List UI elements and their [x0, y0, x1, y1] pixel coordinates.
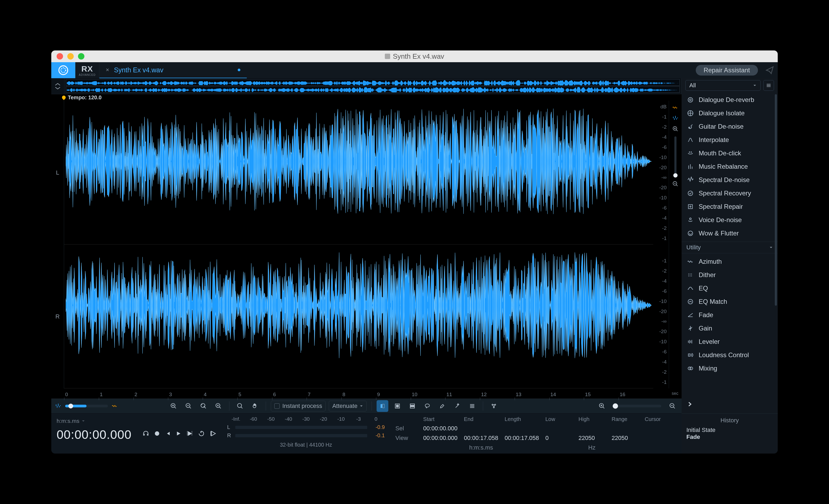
sel-start[interactable]: 00:00:00.000	[423, 425, 458, 432]
module-item[interactable]: Dialogue De-reverb	[682, 93, 778, 107]
sidebar-section-utility[interactable]: Utility	[682, 242, 778, 253]
window-close-button[interactable]	[57, 53, 63, 60]
module-item[interactable]: Mouth De-click	[682, 147, 778, 160]
module-item[interactable]: Spectral Repair	[682, 200, 778, 213]
module-icon	[686, 364, 694, 373]
channel-label-right[interactable]: R	[51, 244, 64, 388]
app-logo[interactable]	[51, 62, 75, 78]
module-item[interactable]: Mixing	[682, 362, 778, 375]
freq-selection-tool[interactable]	[406, 400, 418, 412]
module-item[interactable]: Dialogue Isolate	[682, 107, 778, 120]
zoom-out-button[interactable]	[183, 400, 194, 412]
time-ruler[interactable]: 012345678910111213141516	[64, 388, 653, 398]
sel-length[interactable]	[505, 425, 539, 432]
tempo-label: Tempo: 120.0	[68, 94, 102, 101]
time-format-label[interactable]: h:m:s.ms	[57, 418, 79, 424]
chevron-right-icon	[686, 401, 693, 408]
zoom-horizontal-slider[interactable]	[613, 405, 661, 408]
lasso-tool[interactable]	[422, 400, 433, 412]
module-item[interactable]: Interpolate	[682, 133, 778, 147]
wand-tool[interactable]	[452, 400, 463, 412]
spectrogram-toggle-icon[interactable]	[672, 104, 679, 111]
view-range[interactable]: 22050	[612, 435, 638, 441]
module-item[interactable]: Loudness Control	[682, 348, 778, 362]
module-chain-button[interactable]	[686, 401, 693, 408]
harmonics-tool[interactable]	[466, 400, 478, 412]
module-icon	[686, 149, 694, 157]
record-button[interactable]	[154, 431, 160, 436]
module-item[interactable]: EQ Match	[682, 295, 778, 308]
history-item[interactable]: Fade	[686, 433, 773, 440]
level-meters: -Inf.-60-50-40-30-20-10-30 L -0.9 R -0.1…	[222, 414, 390, 454]
module-item[interactable]: EQ	[682, 282, 778, 295]
view-end[interactable]: 00:00:17.058	[464, 435, 498, 441]
history-item[interactable]: Initial State	[686, 427, 773, 433]
preferences-button[interactable]	[762, 62, 778, 78]
loop-button[interactable]	[198, 430, 205, 437]
zoom-tool-button[interactable]	[234, 400, 246, 412]
meter-left-peak[interactable]: -0.9	[370, 424, 385, 430]
waveform-opacity-slider[interactable]	[65, 405, 108, 408]
app-window: Synth Ex v4.wav RX ADVANCED × Synth Ex v…	[51, 50, 778, 454]
channel-label-left[interactable]: L	[51, 101, 64, 244]
module-item[interactable]: Spectral Recovery	[682, 187, 778, 200]
view-high[interactable]: 22050	[578, 435, 605, 441]
sel-end[interactable]	[464, 425, 498, 432]
module-item[interactable]: Fade	[682, 308, 778, 322]
tempo-marker-icon[interactable]	[61, 95, 67, 100]
module-item[interactable]: Voice De-noise	[682, 213, 778, 227]
brush-tool[interactable]	[436, 400, 448, 412]
module-item[interactable]: Spectral De-noise	[682, 173, 778, 187]
view-low[interactable]: 0	[545, 435, 572, 441]
module-item[interactable]: Guitar De-noise	[682, 120, 778, 133]
sel-low[interactable]	[545, 425, 572, 432]
repair-assistant-button[interactable]: Repair Assistant	[696, 65, 758, 76]
meter-left	[235, 426, 367, 429]
module-item[interactable]: Wow & Flutter	[682, 227, 778, 240]
file-tab[interactable]: × Synth Ex v4.wav	[99, 62, 247, 78]
overview-waveform[interactable]	[64, 78, 682, 94]
waveform-toggle-icon[interactable]	[672, 115, 679, 121]
module-icon	[686, 109, 694, 117]
module-item[interactable]: Dither	[682, 268, 778, 282]
zoom-out-vertical-button[interactable]	[672, 181, 679, 187]
tab-close-button[interactable]: ×	[106, 67, 109, 73]
module-item[interactable]: Leveler	[682, 335, 778, 348]
meter-right-peak[interactable]: -0.1	[370, 432, 385, 438]
zoom-in-horizontal-button[interactable]	[596, 400, 608, 412]
module-item[interactable]: Azimuth	[682, 255, 778, 268]
module-item[interactable]: Gain	[682, 322, 778, 335]
window-minimize-button[interactable]	[67, 53, 74, 60]
sel-range[interactable]	[612, 425, 638, 432]
zoom-in-vertical-button[interactable]	[672, 126, 679, 132]
follow-playhead-button[interactable]	[210, 430, 217, 437]
view-length[interactable]: 00:00:17.058	[505, 435, 539, 441]
deselection-tool[interactable]	[488, 400, 500, 412]
spectrogram-opacity-icon	[111, 403, 118, 409]
zoom-in-button[interactable]	[168, 400, 179, 412]
play-button[interactable]	[176, 431, 181, 436]
waveform-display[interactable]	[64, 101, 653, 388]
play-selection-button[interactable]	[186, 430, 193, 437]
headphone-solo-button[interactable]	[142, 430, 149, 437]
instant-process-toggle[interactable]: Instant process	[271, 401, 326, 411]
sidebar-scrollbar[interactable]	[775, 94, 777, 306]
module-list-options-button[interactable]	[763, 80, 774, 91]
module-icon	[686, 176, 694, 184]
timecode-display[interactable]: 00:00:00.000	[57, 427, 132, 442]
time-freq-selection-tool[interactable]	[392, 400, 403, 412]
zoom-reset-button[interactable]	[213, 400, 224, 412]
view-start[interactable]: 00:00:00.000	[423, 435, 458, 441]
zoom-out-horizontal-button[interactable]	[666, 400, 678, 412]
zoom-selection-button[interactable]	[197, 400, 209, 412]
sel-high[interactable]	[578, 425, 605, 432]
window-zoom-button[interactable]	[78, 53, 84, 60]
time-selection-tool[interactable]	[376, 400, 388, 412]
zoom-vertical-slider[interactable]	[674, 137, 677, 177]
instant-process-mode-dropdown[interactable]: Attenuate	[329, 401, 367, 411]
module-filter-dropdown[interactable]: All	[685, 80, 761, 91]
rewind-button[interactable]	[165, 431, 171, 436]
grab-tool-button[interactable]	[249, 400, 261, 412]
overview-collapse-button[interactable]	[51, 78, 64, 94]
module-item[interactable]: Music Rebalance	[682, 160, 778, 173]
